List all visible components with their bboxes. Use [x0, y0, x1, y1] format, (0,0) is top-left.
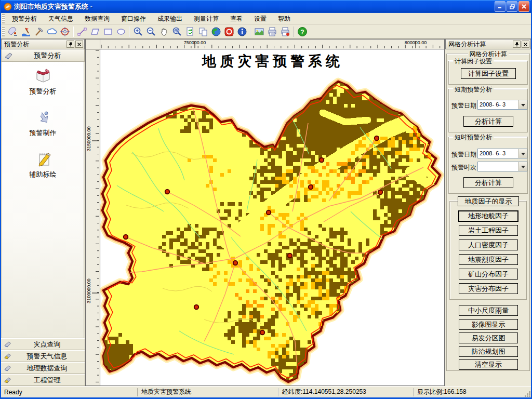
- close-icon: [77, 43, 81, 46]
- help-button[interactable]: ?: [296, 25, 309, 38]
- image-view-button[interactable]: [252, 25, 265, 38]
- zoom-extent-button[interactable]: [170, 25, 183, 38]
- menu-help[interactable]: 帮助: [272, 13, 296, 25]
- ellipse-tool-button[interactable]: [114, 25, 127, 38]
- bar-geographic-data-query[interactable]: 地理数据查询: [1, 362, 85, 374]
- brush-icon: [4, 365, 12, 371]
- menu-measure-calc[interactable]: 测量计算: [188, 13, 224, 25]
- short-time-date-combo[interactable]: 2008- 6- 3: [477, 149, 527, 158]
- stop-button[interactable]: [222, 25, 235, 38]
- right-panel-close-button[interactable]: [522, 41, 529, 48]
- minimize-button[interactable]: [495, 1, 506, 12]
- polygon-tool-button[interactable]: [88, 25, 101, 38]
- toolbar-grip[interactable]: [2, 27, 5, 36]
- short-term-date-label: 预警日期: [451, 101, 476, 110]
- survey-flag-icon: [21, 26, 31, 37]
- dropdown-arrow-icon[interactable]: [518, 100, 527, 109]
- polygon-tool-icon: [90, 26, 100, 37]
- geo-factors-legend-button[interactable]: 地质因子的显示: [458, 196, 519, 206]
- toolbar: ?: [1, 25, 531, 39]
- left-panel-titlebar: 预警分析: [1, 39, 85, 49]
- menu-results-output[interactable]: 成果输出: [152, 13, 188, 25]
- target-button[interactable]: [58, 25, 71, 38]
- dropdown-arrow-icon[interactable]: [518, 162, 527, 171]
- close-button[interactable]: [518, 1, 529, 12]
- bar-project-management[interactable]: 工程管理: [1, 374, 85, 386]
- resize-grip[interactable]: [523, 389, 531, 397]
- line-tool-button[interactable]: [75, 25, 88, 38]
- menu-weather-info[interactable]: 天气信息: [43, 13, 79, 25]
- copy-layers-icon: [198, 26, 208, 37]
- help-icon: ?: [297, 26, 308, 37]
- population-factor-button[interactable]: 人口密度因子: [459, 240, 518, 250]
- terrain-factor-button[interactable]: 地形地貌因子: [458, 210, 518, 222]
- globe-button[interactable]: [209, 25, 222, 38]
- left-panel-close-button[interactable]: [75, 41, 83, 48]
- cloud-button[interactable]: [45, 25, 58, 38]
- meso-rainfall-button[interactable]: 中小尺度雨量: [459, 305, 518, 316]
- imagery-display-button[interactable]: 影像图显示: [459, 319, 518, 330]
- clear-display-button[interactable]: 清空显示: [459, 359, 518, 370]
- horizontal-ruler: 750000.00800000.00: [100, 39, 444, 49]
- pan-hand-button[interactable]: [157, 25, 170, 38]
- bar-label: 工程管理: [12, 376, 82, 385]
- toolbar-separator: [250, 26, 251, 37]
- info-button[interactable]: [235, 25, 248, 38]
- rectangle-tool-button[interactable]: [101, 25, 114, 38]
- short-time-hour-value: [478, 162, 518, 171]
- right-panel: 网格分析计算 网格分析计算 计算因子设置 计算因子设置 短期预警分析 预警日期 …: [445, 39, 531, 386]
- print-preview-button[interactable]: [278, 25, 291, 38]
- restore-button[interactable]: [507, 1, 517, 12]
- pin-icon: [515, 42, 519, 47]
- menu-view[interactable]: 查看: [224, 13, 248, 25]
- nav-item-warning-analysis[interactable]: 预警分析: [30, 68, 57, 96]
- short-term-date-combo[interactable]: 2008- 6- 3: [477, 100, 527, 110]
- seismic-factor-button[interactable]: 地震烈度因子: [459, 254, 518, 265]
- region-map[interactable]: 地质灾害预警系统: [100, 49, 444, 385]
- satellite-dish-button[interactable]: [6, 25, 19, 38]
- short-time-hour-combo[interactable]: [477, 162, 527, 171]
- right-panel-pin-button[interactable]: [513, 41, 521, 48]
- menu-warning-analysis[interactable]: 预警分析: [6, 13, 43, 25]
- zoom-in-button[interactable]: [131, 25, 144, 38]
- print-button[interactable]: [265, 25, 278, 38]
- nav-item-warning-production[interactable]: 预警制作: [30, 110, 57, 138]
- prevention-plan-button[interactable]: 防治规划图: [459, 346, 518, 357]
- zoom-out-button[interactable]: [144, 25, 157, 38]
- short-term-analyze-button[interactable]: 分析计算: [463, 116, 513, 127]
- map-canvas[interactable]: 地质灾害预警系统: [100, 49, 444, 385]
- left-panel: 预警分析 预警分析 预警分析: [1, 39, 85, 386]
- short-term-legend: 短期预警分析: [453, 85, 494, 94]
- survey-flag-button[interactable]: [19, 25, 32, 38]
- left-panel-pin-button[interactable]: [66, 41, 74, 48]
- left-panel-header[interactable]: 预警分析: [1, 49, 85, 62]
- pin-icon: [69, 42, 73, 47]
- bar-warning-weather-info[interactable]: 预警天气信息: [1, 350, 85, 362]
- refresh-view-button[interactable]: [183, 25, 196, 38]
- print-icon: [267, 26, 277, 37]
- pan-hand-icon: [159, 26, 169, 37]
- bar-disaster-point-query[interactable]: 灾点查询: [1, 338, 85, 350]
- geology-pick-button[interactable]: [32, 25, 45, 38]
- menu-settings[interactable]: 设置: [248, 13, 272, 25]
- warning-analysis-icon: [34, 68, 52, 85]
- nav-item-label: 预警制作: [30, 128, 57, 138]
- cloud-icon: [47, 26, 57, 37]
- short-time-date-value: 2008- 6- 3: [478, 149, 518, 158]
- print-preview-icon: [280, 26, 290, 37]
- nav-item-auxiliary-plotting[interactable]: 辅助标绘: [30, 151, 57, 179]
- geotech-factor-button[interactable]: 岩土工程因子: [459, 225, 518, 236]
- menu-grip[interactable]: [2, 14, 5, 23]
- window-title: 浏阳市地质灾害预警系统 -: [14, 2, 495, 11]
- short-time-analyze-button[interactable]: 分析计算: [463, 177, 513, 188]
- menu-data-query[interactable]: 数据查询: [79, 13, 115, 25]
- mine-factor-button[interactable]: 矿山分布因子: [459, 269, 518, 280]
- factor-settings-button[interactable]: 计算因子设置: [461, 68, 516, 79]
- copy-layers-button[interactable]: [196, 25, 209, 38]
- menu-window-ops[interactable]: 窗口操作: [115, 13, 152, 25]
- status-system-name: 地质灾害预警系统: [138, 387, 278, 397]
- short-time-date-label: 预警日期: [451, 150, 476, 159]
- disaster-factor-button[interactable]: 灾害分布因子: [459, 283, 518, 294]
- dropdown-arrow-icon[interactable]: [518, 149, 527, 158]
- susceptibility-map-button[interactable]: 易发分区图: [459, 332, 518, 343]
